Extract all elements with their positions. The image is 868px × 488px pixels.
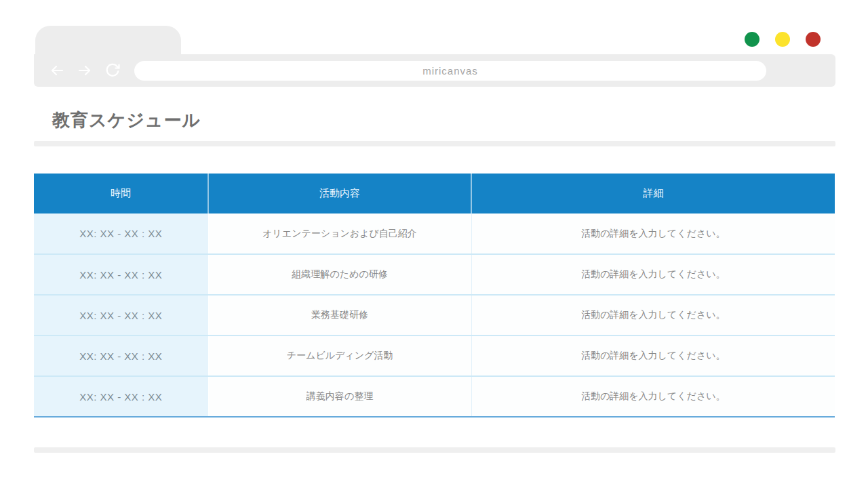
page: miricanvas 教育スケジュール 時間 活動内容 詳細 XX: XX - … <box>0 0 868 488</box>
table-row: XX: XX - XX : XX 講義内容の整理 活動の詳細を入力してください。 <box>34 376 835 417</box>
back-button[interactable] <box>49 62 65 79</box>
table-row: XX: XX - XX : XX チームビルディング活動 活動の詳細を入力してく… <box>34 336 835 376</box>
browser-chrome: miricanvas <box>34 26 835 87</box>
window-dot-green[interactable] <box>745 32 760 47</box>
activity-cell: 組織理解のための研修 <box>208 254 471 295</box>
forward-arrow-icon <box>77 62 93 79</box>
window-dot-red[interactable] <box>806 32 821 47</box>
activity-cell: チームビルディング活動 <box>208 336 471 376</box>
table-row: XX: XX - XX : XX 組織理解のための研修 活動の詳細を入力してくだ… <box>34 254 835 295</box>
forward-button[interactable] <box>77 62 93 79</box>
time-cell: XX: XX - XX : XX <box>34 254 208 295</box>
col-header-activity: 活動内容 <box>208 174 471 214</box>
detail-cell: 活動の詳細を入力してください。 <box>471 214 835 254</box>
detail-cell: 活動の詳細を入力してください。 <box>471 376 835 417</box>
schedule-table: 時間 活動内容 詳細 XX: XX - XX : XX オリエンテーションおよび… <box>34 174 835 418</box>
window-dot-yellow[interactable] <box>775 32 790 47</box>
address-bar-text: miricanvas <box>422 65 478 77</box>
title-divider <box>34 141 835 146</box>
detail-cell: 活動の詳細を入力してください。 <box>471 295 835 336</box>
schedule-table-header: 時間 活動内容 詳細 <box>34 174 835 214</box>
browser-nav-buttons <box>34 62 121 79</box>
col-header-detail: 詳細 <box>471 174 835 214</box>
table-row: XX: XX - XX : XX 業務基礎研修 活動の詳細を入力してください。 <box>34 295 835 336</box>
time-cell: XX: XX - XX : XX <box>34 376 208 417</box>
browser-tab[interactable] <box>35 26 181 57</box>
activity-cell: 業務基礎研修 <box>208 295 471 336</box>
table-row: XX: XX - XX : XX オリエンテーションおよび自己紹介 活動の詳細を… <box>34 214 835 254</box>
time-cell: XX: XX - XX : XX <box>34 336 208 376</box>
refresh-icon <box>104 62 121 79</box>
detail-cell: 活動の詳細を入力してください。 <box>471 254 835 295</box>
activity-cell: 講義内容の整理 <box>208 376 471 417</box>
activity-cell: オリエンテーションおよび自己紹介 <box>208 214 471 254</box>
time-cell: XX: XX - XX : XX <box>34 295 208 336</box>
browser-toolbar: miricanvas <box>34 54 835 87</box>
back-arrow-icon <box>49 62 65 79</box>
refresh-button[interactable] <box>104 62 121 79</box>
schedule-table-body: XX: XX - XX : XX オリエンテーションおよび自己紹介 活動の詳細を… <box>34 214 835 417</box>
time-cell: XX: XX - XX : XX <box>34 214 208 254</box>
detail-cell: 活動の詳細を入力してください。 <box>471 336 835 376</box>
bottom-divider <box>34 447 835 453</box>
page-title: 教育スケジュール <box>52 108 201 132</box>
address-bar[interactable]: miricanvas <box>134 61 766 81</box>
window-dots <box>745 32 821 47</box>
col-header-time: 時間 <box>34 174 208 214</box>
